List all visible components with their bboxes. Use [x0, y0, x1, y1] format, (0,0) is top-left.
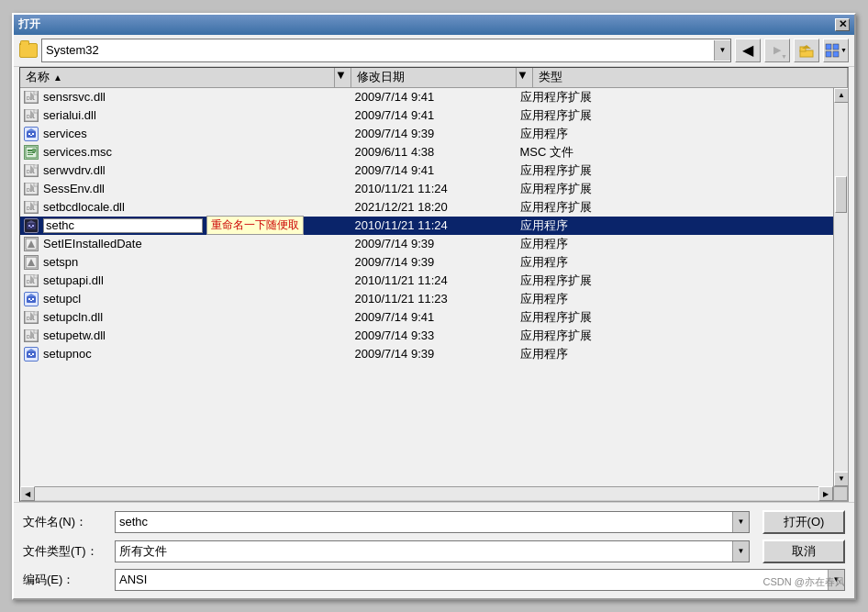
file-type: 应用程序扩展	[520, 107, 832, 124]
col-header-date[interactable]: 修改日期	[351, 68, 517, 87]
svg-rect-5	[826, 51, 831, 57]
file-icon: DLL	[22, 90, 40, 105]
table-row[interactable]: DLL setupapi.dll2010/11/21 11:24应用程序扩展	[20, 272, 833, 290]
scroll-track[interactable]	[834, 103, 848, 472]
path-input[interactable]	[42, 43, 714, 57]
svg-rect-71	[27, 351, 36, 358]
filename-input[interactable]	[116, 515, 732, 529]
folder-icon	[19, 43, 38, 58]
scroll-left-button[interactable]: ◀	[20, 486, 35, 501]
watermark: CSDN @亦在春风	[763, 575, 845, 589]
horizontal-scrollbar[interactable]: ◀ ▶	[20, 486, 848, 501]
view-menu-button[interactable]: ▼	[823, 39, 849, 62]
scroll-h-track[interactable]	[35, 487, 818, 500]
encoding-input-container: ▼	[115, 569, 845, 591]
file-list-container: 名称 ▲ ▼ 修改日期 ▼ 类型 DLL sensrsvc.dll2	[19, 67, 849, 502]
table-row[interactable]: services2009/7/14 9:39应用程序	[20, 125, 833, 143]
back-button[interactable]: ◀	[735, 39, 761, 62]
vertical-scrollbar[interactable]: ▲ ▼	[833, 88, 848, 486]
file-date: 2009/7/14 9:41	[355, 163, 520, 177]
rename-input[interactable]	[43, 218, 203, 233]
svg-text:DLL: DLL	[27, 114, 35, 119]
svg-marker-28	[34, 164, 38, 168]
filetype-input-container: ▼	[115, 540, 750, 562]
svg-marker-18	[27, 128, 36, 131]
file-date: 2009/7/14 9:39	[355, 127, 520, 140]
table-row[interactable]: DLL serialui.dll2009/7/14 9:41应用程序扩展	[20, 106, 833, 125]
file-type: 应用程序扩展	[520, 162, 832, 179]
path-dropdown-arrow[interactable]: ▼	[714, 40, 730, 61]
filetype-dropdown-btn[interactable]: ▼	[732, 541, 749, 562]
table-row[interactable]: DLL SessEnv.dll2010/11/21 11:24应用程序扩展	[20, 180, 833, 198]
table-row[interactable]: setupnoc2009/7/14 9:39应用程序	[20, 345, 833, 363]
svg-rect-60	[30, 300, 32, 301]
encoding-input[interactable]	[116, 573, 828, 586]
file-type: 应用程序扩展	[520, 309, 832, 326]
svg-marker-62	[34, 311, 38, 315]
file-name: serialui.dll	[43, 108, 355, 122]
svg-rect-44	[28, 225, 30, 227]
file-list-scroll[interactable]: DLL sensrsvc.dll2009/7/14 9:41应用程序扩展 DLL…	[20, 88, 833, 486]
table-row[interactable]: SetIEInstalledDate2009/7/14 9:39应用程序	[20, 235, 833, 253]
file-date: 2010/11/21 11:24	[355, 273, 520, 287]
svg-rect-25	[28, 154, 33, 155]
file-name: setupapi.dll	[43, 273, 355, 287]
col-header-date-dropdown[interactable]: ▼	[517, 68, 533, 87]
table-row[interactable]: DLL sensrsvc.dll2009/7/14 9:41应用程序扩展	[20, 88, 833, 106]
title-bar: 打开 ✕	[14, 15, 854, 35]
table-row[interactable]: DLL setupcln.dll2009/7/14 9:41应用程序扩展	[20, 308, 833, 327]
table-row[interactable]: DLL setupetw.dll2009/7/14 9:33应用程序扩展	[20, 327, 833, 345]
col-header-name[interactable]: 名称 ▲	[20, 68, 335, 87]
file-date: 2010/11/21 11:23	[355, 292, 520, 306]
svg-marker-33	[34, 183, 38, 186]
svg-text:DLL: DLL	[27, 187, 35, 193]
file-icon: DLL	[22, 200, 40, 215]
file-type: 应用程序	[520, 126, 832, 142]
close-button[interactable]: ✕	[835, 18, 850, 31]
svg-rect-58	[28, 298, 30, 300]
file-name: services.msc	[43, 145, 355, 159]
file-name: setupcln.dll	[43, 310, 355, 324]
file-name: SetIEInstalledDate	[43, 237, 355, 250]
path-input-container: ▼	[41, 39, 731, 62]
file-name: serwvdrv.dll	[43, 163, 355, 177]
svg-text:DLL: DLL	[27, 279, 35, 284]
table-row[interactable]: setupcl2010/11/21 11:23应用程序	[20, 290, 833, 308]
svg-rect-73	[28, 353, 30, 355]
open-dialog: 打开 ✕ ▼ ◀ ▶ ▼	[12, 13, 856, 600]
table-row[interactable]: services.msc2009/6/11 4:38MSC 文件	[20, 143, 833, 161]
forward-button[interactable]: ▶ ▼	[764, 39, 790, 62]
filetype-input[interactable]	[116, 544, 732, 558]
file-date: 2009/7/14 9:39	[355, 255, 520, 269]
file-icon: DLL	[22, 310, 40, 325]
col-header-type[interactable]: 类型	[533, 68, 848, 87]
svg-rect-4	[833, 44, 839, 50]
svg-rect-6	[833, 51, 839, 57]
table-row[interactable]: DLL serwvdrv.dll2009/7/14 9:41应用程序扩展	[20, 161, 833, 180]
col-header-dropdown[interactable]: ▼	[335, 68, 351, 87]
scroll-up-button[interactable]: ▲	[834, 88, 848, 103]
filename-dropdown-btn[interactable]: ▼	[732, 512, 749, 532]
toolbar: ▼ ◀ ▶ ▼ ▼	[14, 35, 854, 67]
svg-text:DLL: DLL	[27, 95, 35, 101]
table-row[interactable]: setspn2009/7/14 9:39应用程序	[20, 253, 833, 272]
file-type: 应用程序扩展	[520, 273, 832, 289]
scroll-right-button[interactable]: ▶	[818, 486, 833, 501]
cancel-button[interactable]: 取消	[762, 540, 845, 563]
file-type: 应用程序	[520, 254, 832, 271]
file-icon: DLL	[22, 182, 40, 196]
scroll-thumb[interactable]	[835, 176, 847, 213]
table-row[interactable]: DLL setbcdlocale.dll2021/12/21 18:20应用程序…	[20, 198, 833, 217]
file-type: 应用程序扩展	[520, 181, 832, 197]
bottom-section: 文件名(N)： ▼ 打开(O) 文件类型(T)： ▼ 取消 编码(E)： ▼	[14, 502, 854, 598]
svg-point-26	[32, 149, 36, 152]
file-date: 2021/12/21 18:20	[355, 200, 520, 214]
file-type: 应用程序扩展	[520, 199, 832, 216]
scroll-down-button[interactable]: ▼	[834, 472, 848, 486]
file-type: 应用程序扩展	[520, 328, 832, 344]
open-button[interactable]: 打开(O)	[762, 510, 845, 534]
up-folder-button[interactable]	[794, 39, 819, 62]
table-row[interactable]: 重命名一下随便取2010/11/21 11:24应用程序	[20, 217, 833, 235]
file-type: 应用程序	[520, 217, 832, 234]
svg-marker-38	[34, 201, 38, 205]
